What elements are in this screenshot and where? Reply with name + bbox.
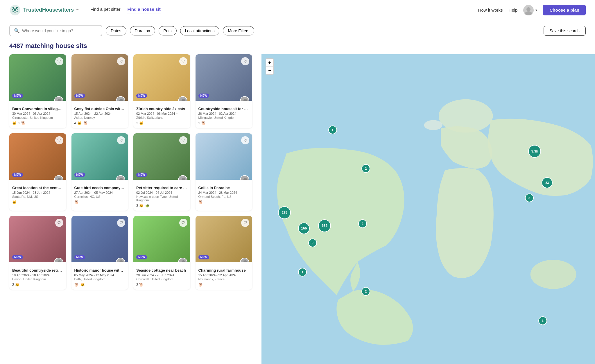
header: TrustedHousesitters ™ Find a pet sitter …	[0, 0, 595, 20]
listing-card[interactable]: NEW ♡ Zürich country side 2x cats 02 Mar…	[133, 54, 190, 128]
map-cluster[interactable]: 1	[328, 125, 337, 134]
map-cluster[interactable]: 2	[525, 193, 534, 202]
save-search-button[interactable]: Save this search	[544, 26, 586, 36]
favorite-button[interactable]: ♡	[179, 57, 187, 65]
listing-card[interactable]: NEW ♡ Great location at the center of ..…	[9, 133, 66, 211]
avatar	[523, 5, 534, 15]
new-badge: NEW	[74, 255, 85, 259]
card-title: Charming rural farmhouse	[198, 268, 250, 272]
pet-tag: 2 🐱	[12, 283, 19, 287]
zoom-in-button[interactable]: +	[266, 58, 274, 67]
listing-card[interactable]: NEW ♡ Charming rural farmhouse 15 Apr 20…	[196, 216, 252, 290]
svg-point-4	[526, 7, 531, 11]
card-image: NEW ♡	[71, 216, 128, 262]
card-pets: 2 🐱	[136, 121, 187, 125]
favorite-button[interactable]: ♡	[55, 219, 63, 227]
dates-filter-button[interactable]: Dates	[106, 26, 126, 35]
listing-card[interactable]: ♡ Collie in Paradise 24 Mar 2024 - 28 Ma…	[196, 133, 252, 211]
help-link[interactable]: Help	[509, 8, 518, 12]
map-cluster[interactable]: 3.3k	[528, 145, 541, 158]
listing-card[interactable]: NEW ♡ Historic manor house with gardens …	[71, 216, 128, 290]
listing-card[interactable]: NEW ♡ Barn Conversion in village just ..…	[9, 54, 66, 128]
svg-point-28	[243, 260, 247, 262]
card-dates: 02 Jul 2024 - 04 Jul 2024	[136, 191, 187, 194]
card-dates: 30 Mar 2024 - 06 Apr 2024	[12, 112, 63, 115]
listing-card[interactable]: NEW ♡ Countryside housesit for sweet... …	[196, 54, 252, 128]
card-dates: 20 Jun 2024 - 28 Jun 2024	[136, 273, 187, 277]
card-dates: 10 Apr 2024 - 18 Apr 2024	[12, 273, 63, 277]
listing-card[interactable]: NEW ♡ Seaside cottage near beach 20 Jun …	[133, 216, 190, 290]
card-image: NEW ♡	[133, 216, 190, 262]
favorite-button[interactable]: ♡	[55, 57, 63, 65]
pet-tag: 🐕	[198, 200, 203, 204]
card-location: Cornelius, NC, US	[74, 195, 126, 198]
map-cluster[interactable]: 2	[358, 219, 367, 228]
search-input[interactable]	[22, 28, 98, 33]
pet-tag: 🐱	[12, 121, 17, 125]
more-filters-button[interactable]: More Filters	[223, 26, 254, 35]
choose-plan-button[interactable]: Choose a plan	[543, 5, 586, 15]
local-attractions-filter-button[interactable]: Local attractions	[180, 26, 220, 35]
zoom-out-button[interactable]: −	[266, 67, 274, 75]
card-location: Milngavie, United Kingdom	[198, 116, 250, 119]
svg-point-16	[119, 178, 123, 180]
duration-filter-button[interactable]: Duration	[130, 26, 155, 35]
svg-point-5	[525, 11, 532, 15]
card-image: NEW ♡	[9, 216, 66, 262]
card-title: Historic manor house with gardens	[74, 268, 126, 272]
map-cluster[interactable]: 83	[542, 177, 553, 188]
favorite-button[interactable]: ♡	[55, 136, 63, 144]
card-location: Normandy, France	[198, 277, 250, 281]
card-dates: 27 Apr 2024 - 05 May 2024	[74, 191, 126, 194]
favorite-button[interactable]: ♡	[117, 136, 125, 144]
user-avatar-wrapper[interactable]: ▾	[523, 5, 537, 15]
card-image: ♡	[196, 133, 252, 180]
card-pets: 🐱	[12, 200, 63, 204]
listing-card[interactable]: NEW ♡ Pet sitter required to care for 4 …	[133, 133, 190, 211]
new-badge: NEW	[74, 173, 85, 177]
favorite-button[interactable]: ♡	[241, 57, 249, 65]
favorite-button[interactable]: ♡	[117, 57, 125, 65]
how-it-works-link[interactable]: How it works	[478, 8, 503, 12]
card-image: NEW ♡	[9, 133, 66, 180]
card-dates: 15 Apr 2024 - 22 Apr 2024	[74, 112, 126, 115]
listing-card[interactable]: NEW ♡ Beautiful countryside retreat 10 A…	[9, 216, 66, 290]
main-layout: NEW ♡ Barn Conversion in village just ..…	[0, 54, 595, 364]
card-pets: 🐱2 🐕	[12, 121, 63, 125]
map-cluster[interactable]: 636	[318, 219, 331, 232]
favorite-button[interactable]: ♡	[179, 219, 187, 227]
chevron-down-icon: ▾	[535, 8, 537, 12]
search-icon: 🔍	[14, 28, 20, 33]
card-pets: 🐕	[198, 283, 250, 287]
card-location: Santa Fe, NM, US	[12, 195, 63, 198]
card-title: Cosy flat outside Oslo with 2 lo...	[74, 107, 126, 111]
card-image: NEW ♡	[133, 54, 190, 101]
map-cluster[interactable]: 1	[538, 316, 547, 325]
pet-tag: 🐢	[145, 204, 150, 208]
listing-card[interactable]: NEW ♡ Cute bird needs company at c... 27…	[71, 133, 128, 211]
card-title: Great location at the center of ...	[12, 186, 63, 190]
map-cluster[interactable]: 9	[308, 239, 317, 247]
listing-card[interactable]: NEW ♡ Cosy flat outside Oslo with 2 lo..…	[71, 54, 128, 128]
card-title: Collie in Paradise	[198, 186, 250, 190]
map-cluster[interactable]: 166	[298, 223, 310, 234]
map-panel[interactable]: 1275636166229123.3k8321 + − 🗺 maptiler ℹ	[261, 54, 595, 364]
svg-point-33	[424, 120, 442, 130]
search-input-wrapper[interactable]: 🔍	[9, 25, 102, 36]
svg-point-10	[182, 99, 185, 101]
card-title: Seaside cottage near beach	[136, 268, 187, 272]
pets-filter-button[interactable]: Pets	[159, 26, 177, 35]
search-section: 🔍 Dates Duration Pets Local attractions …	[0, 20, 595, 40]
card-image: NEW ♡	[71, 133, 128, 180]
favorite-button[interactable]: ♡	[241, 136, 249, 144]
nav-find-pet-sitter[interactable]: Find a pet sitter	[90, 7, 120, 13]
nav-find-house-sit[interactable]: Find a house sit	[127, 7, 160, 13]
favorite-button[interactable]: ♡	[117, 219, 125, 227]
pet-tag: 2 🐕	[18, 121, 26, 125]
favorite-button[interactable]: ♡	[241, 219, 249, 227]
map-cluster[interactable]: 1	[298, 268, 307, 277]
card-location: Zürich, Switzerland	[136, 116, 187, 119]
pet-tag: 🐕	[83, 121, 88, 125]
logo[interactable]: TrustedHousesitters ™	[9, 4, 79, 16]
favorite-button[interactable]: ♡	[179, 136, 187, 144]
